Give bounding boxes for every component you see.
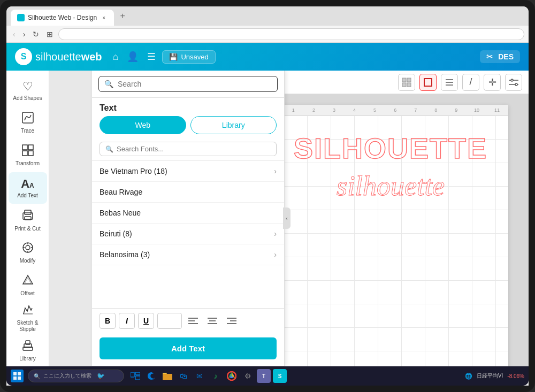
main-area: ♡ Add Shapes Trace xyxy=(6,71,529,366)
font-list-item[interactable]: Beiruti (8) › xyxy=(92,224,284,244)
sidebar-item-library[interactable]: Library xyxy=(9,335,47,366)
search-input[interactable] xyxy=(118,80,272,88)
transform-icon xyxy=(22,144,34,159)
taskbar-app-explorer[interactable] xyxy=(160,369,174,383)
svg-rect-47 xyxy=(131,372,134,377)
taskbar-app-edge[interactable] xyxy=(144,369,158,383)
align-right-button[interactable] xyxy=(224,313,240,329)
svg-rect-43 xyxy=(13,372,17,375)
font-name: Be Vietnam Pro (18) xyxy=(100,167,167,175)
font-name: Beiruti (8) xyxy=(100,229,132,238)
tab-close-button[interactable]: × xyxy=(100,14,108,21)
font-size-input[interactable]: 72 xyxy=(157,313,182,329)
font-list-item[interactable]: Belanosima (3) › xyxy=(92,244,284,265)
svg-marker-15 xyxy=(25,278,31,283)
align-tool-button[interactable] xyxy=(441,74,458,91)
search-input-wrap[interactable]: 🔍 xyxy=(98,76,278,92)
taskbar-app-settings[interactable]: ⚙ xyxy=(241,369,255,383)
url-bar[interactable] xyxy=(58,28,524,40)
font-list[interactable]: Be Vietnam Pro (18) › Beau Rivage Bebas … xyxy=(92,160,284,308)
nav-forward-button[interactable]: › xyxy=(21,29,28,40)
logo-icon: S xyxy=(15,48,32,65)
home-icon[interactable]: ⌂ xyxy=(113,51,119,63)
browser-controls: ‹ › ↻ ⊞ xyxy=(6,26,529,43)
move-tool-button[interactable]: ✛ xyxy=(484,74,501,91)
bold-button[interactable]: B xyxy=(100,313,116,329)
taskbar-right: 🌐 日経平均VI -8.06% xyxy=(465,372,524,380)
modify-icon xyxy=(22,242,34,256)
sidebar-label-offset: Offset xyxy=(20,290,35,297)
browser-tab-active[interactable]: Silhouette Web - Design × xyxy=(11,10,114,26)
tab-library-button[interactable]: Library xyxy=(190,116,277,134)
sidebar-label-add-shapes: Add Shapes xyxy=(13,95,42,102)
line-tool-button[interactable]: / xyxy=(462,74,479,91)
taskbar-search[interactable]: 🔍 ここに入力して検索 🐦 xyxy=(28,370,124,382)
svg-point-39 xyxy=(511,79,513,81)
font-search-input[interactable] xyxy=(117,145,271,153)
outline-toggle-button[interactable] xyxy=(419,74,437,91)
library-icon xyxy=(22,340,34,354)
sidebar-item-offset[interactable]: Offset xyxy=(9,270,47,302)
canvas-paper[interactable]: 1 2 3 4 5 6 7 8 9 10 xyxy=(273,105,508,366)
taskbar-app-taskview[interactable] xyxy=(128,369,142,383)
sidebar-item-sketch-stipple[interactable]: Sketch & Stipple xyxy=(9,302,47,334)
align-left-button[interactable] xyxy=(185,313,201,329)
sidebar-item-modify[interactable]: Modify xyxy=(9,237,47,269)
font-list-item[interactable]: Beau Rivage xyxy=(92,182,284,203)
taskbar-app-store[interactable]: 🛍 xyxy=(177,369,190,383)
font-search-inner[interactable]: 🔍 xyxy=(100,142,277,156)
taskbar-app-chrome[interactable] xyxy=(225,369,239,383)
italic-button[interactable]: I xyxy=(119,313,135,329)
sidebar-label-trace: Trace xyxy=(21,128,34,134)
header-right[interactable]: ✂ DES xyxy=(480,50,520,63)
taskbar-start-button[interactable] xyxy=(11,370,24,382)
logo-area: S silhouetteweb xyxy=(15,48,102,65)
app-header: S silhouetteweb ⌂ 👤 ☰ 💾 Unsaved ✂ xyxy=(6,43,529,71)
sidebar-item-transform[interactable]: Transform xyxy=(9,140,47,172)
font-chevron-icon: › xyxy=(274,250,277,259)
panel-container: 🔍 Text Web Library xyxy=(49,71,529,366)
svg-rect-33 xyxy=(424,79,432,86)
svg-rect-1 xyxy=(22,145,27,150)
grid-toggle-button[interactable] xyxy=(398,74,415,91)
taskbar-app-teams[interactable]: T xyxy=(257,369,271,383)
add-text-button[interactable]: Add Text xyxy=(100,337,277,359)
tab-web-button[interactable]: Web xyxy=(100,116,186,134)
font-list-item[interactable]: Be Vietnam Pro (18) › xyxy=(92,161,284,182)
taskbar-search-icon: 🔍 xyxy=(34,373,40,379)
align-center-button[interactable] xyxy=(204,313,220,329)
sidebar-item-trace[interactable]: Trace xyxy=(9,107,47,139)
trace-icon xyxy=(22,112,34,126)
underline-button[interactable]: U xyxy=(138,313,154,329)
taskbar-app-silhouette[interactable]: S xyxy=(273,369,287,383)
user-icon[interactable]: 👤 xyxy=(127,51,139,63)
svg-marker-14 xyxy=(23,275,33,284)
svg-rect-2 xyxy=(28,145,33,150)
svg-rect-4 xyxy=(28,151,33,156)
taskbar-search-bird-icon: 🐦 xyxy=(97,372,105,380)
taskbar-app-spotify[interactable]: ♪ xyxy=(209,369,223,383)
svg-rect-6 xyxy=(25,210,31,214)
collapse-panel-handle[interactable]: ‹ xyxy=(283,207,291,229)
nav-back-button[interactable]: ‹ xyxy=(11,29,18,40)
sidebar-item-add-shapes[interactable]: ♡ Add Shapes xyxy=(9,75,47,106)
tab-favicon xyxy=(17,14,25,21)
sidebar-item-print-cut[interactable]: Print & Cut xyxy=(9,205,47,236)
logo-text: silhouetteweb xyxy=(35,51,102,63)
design-scissors-icon: ✂ xyxy=(486,52,493,61)
menu-icon[interactable]: ☰ xyxy=(147,51,156,63)
sidebar-label-transform: Transform xyxy=(16,160,40,167)
text-format-bar: B I U 72 xyxy=(92,308,284,333)
unsaved-button[interactable]: 💾 Unsaved xyxy=(162,50,215,64)
nav-extra-button[interactable]: ⊞ xyxy=(44,29,55,40)
canvas-wrapper[interactable]: 1 2 3 4 5 6 7 8 9 10 xyxy=(242,94,529,366)
sidebar-item-add-text[interactable]: AA Add Text xyxy=(9,172,47,204)
taskbar: 🔍 ここに入力して検索 🐦 xyxy=(6,366,529,386)
sidebar-label-modify: Modify xyxy=(20,258,35,264)
new-tab-button[interactable]: + xyxy=(116,10,129,22)
adjust-tool-button[interactable] xyxy=(505,74,522,91)
font-list-item[interactable]: Bebas Neue xyxy=(92,203,284,224)
nav-refresh-button[interactable]: ↻ xyxy=(30,29,41,40)
font-name: Beau Rivage xyxy=(100,188,142,196)
taskbar-app-mail[interactable]: ✉ xyxy=(193,369,207,383)
